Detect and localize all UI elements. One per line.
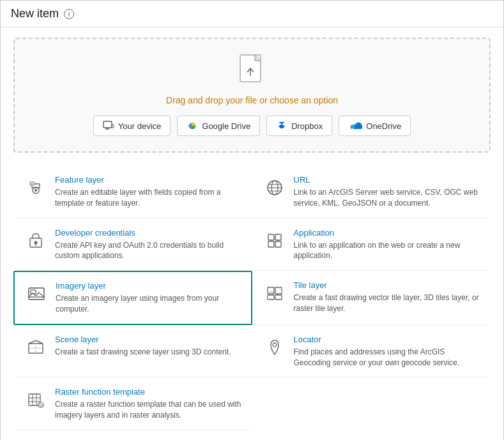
imagery-layer-desc: Create an imagery layer using images fro… bbox=[56, 293, 241, 315]
svg-rect-2 bbox=[103, 121, 112, 128]
raster-function-template-title[interactable]: Raster function template bbox=[55, 387, 241, 397]
info-icon[interactable]: i bbox=[64, 9, 74, 19]
raster-function-template-info: Raster function template Create a raster… bbox=[55, 387, 241, 421]
locator-desc: Find places and addresses using the ArcG… bbox=[294, 347, 480, 368]
items-grid: Feature layer Create an editable layer w… bbox=[13, 165, 491, 430]
main-content: Drag and drop your file or choose an opt… bbox=[1, 27, 503, 440]
locator-card[interactable]: Locator Find places and addresses using … bbox=[252, 325, 491, 378]
svg-rect-31 bbox=[275, 295, 282, 300]
application-card[interactable]: Application Link to an application on th… bbox=[252, 218, 491, 271]
your-device-label: Your device bbox=[118, 121, 161, 131]
svg-rect-23 bbox=[268, 241, 274, 247]
application-desc: Link to an application on the web or cre… bbox=[294, 240, 480, 262]
svg-rect-30 bbox=[268, 295, 274, 300]
imagery-layer-card[interactable]: Imagery layer Create an imagery layer us… bbox=[13, 271, 252, 325]
scene-layer-title[interactable]: Scene layer bbox=[55, 335, 231, 344]
scene-layer-desc: Create a fast drawing scene layer using … bbox=[55, 347, 231, 358]
drop-zone: Drag and drop your file or choose an opt… bbox=[13, 38, 491, 153]
feature-layer-info: Feature layer Create an editable layer w… bbox=[55, 175, 241, 209]
developer-credentials-card[interactable]: Developer credentials Create API key and… bbox=[13, 218, 252, 271]
developer-credentials-desc: Create API key and OAuth 2.0 credentials… bbox=[55, 240, 241, 262]
developer-credentials-title[interactable]: Developer credentials bbox=[55, 228, 241, 238]
onedrive-label: OneDrive bbox=[366, 121, 401, 131]
tile-layer-desc: Create a fast drawing vector tile layer,… bbox=[294, 292, 480, 314]
feature-layer-title[interactable]: Feature layer bbox=[55, 175, 241, 185]
application-icon bbox=[263, 229, 286, 252]
page-container: New item i Drag and drop your file or ch… bbox=[0, 0, 504, 440]
drop-buttons: Your device Google Drive bbox=[93, 116, 411, 136]
svg-text:fx: fx bbox=[40, 403, 43, 407]
scene-layer-info: Scene layer Create a fast drawing scene … bbox=[55, 335, 231, 358]
tile-layer-card[interactable]: Tile layer Create a fast drawing vector … bbox=[252, 271, 491, 325]
url-info: URL Link to an ArcGIS Server web service… bbox=[294, 175, 480, 209]
header: New item i bbox=[1, 1, 503, 27]
svg-rect-22 bbox=[275, 234, 281, 240]
your-device-button[interactable]: Your device bbox=[93, 116, 171, 136]
imagery-layer-title[interactable]: Imagery layer bbox=[56, 281, 241, 291]
google-drive-label: Google Drive bbox=[202, 121, 250, 131]
page-title: New item bbox=[11, 7, 59, 20]
locator-title[interactable]: Locator bbox=[294, 335, 480, 344]
feature-layer-card[interactable]: Feature layer Create an editable layer w… bbox=[13, 165, 252, 218]
imagery-layer-icon bbox=[25, 282, 48, 305]
url-icon bbox=[263, 176, 286, 199]
raster-function-template-card[interactable]: fx Raster function template Create a ras… bbox=[13, 377, 252, 430]
svg-marker-10 bbox=[279, 122, 285, 129]
scene-layer-icon bbox=[24, 336, 47, 359]
tile-layer-info: Tile layer Create a fast drawing vector … bbox=[294, 280, 480, 314]
dropbox-icon bbox=[276, 120, 287, 132]
svg-rect-24 bbox=[275, 241, 281, 247]
application-info: Application Link to an application on th… bbox=[294, 228, 480, 262]
locator-icon bbox=[263, 336, 286, 359]
raster-function-template-desc: Create a raster function template that c… bbox=[55, 399, 241, 421]
svg-rect-21 bbox=[268, 234, 274, 240]
tile-layer-icon bbox=[263, 282, 286, 305]
google-drive-button[interactable]: Google Drive bbox=[177, 116, 260, 136]
onedrive-button[interactable]: OneDrive bbox=[339, 116, 411, 136]
svg-rect-29 bbox=[275, 287, 282, 294]
url-desc: Link to an ArcGIS Server web service, CS… bbox=[294, 187, 480, 209]
tile-layer-title[interactable]: Tile layer bbox=[294, 280, 480, 290]
svg-rect-5 bbox=[112, 125, 114, 128]
developer-credentials-info: Developer credentials Create API key and… bbox=[55, 228, 241, 262]
feature-layer-icon bbox=[24, 176, 47, 199]
feature-layer-desc: Create an editable layer with fields cop… bbox=[55, 187, 241, 209]
scene-layer-card[interactable]: Scene layer Create a fast drawing scene … bbox=[13, 325, 252, 378]
svg-rect-28 bbox=[268, 287, 274, 294]
svg-point-12 bbox=[34, 189, 37, 192]
svg-point-35 bbox=[273, 343, 277, 347]
google-drive-icon bbox=[187, 120, 198, 132]
developer-credentials-icon bbox=[24, 229, 47, 252]
device-icon bbox=[103, 120, 114, 132]
dropbox-button[interactable]: Dropbox bbox=[266, 116, 332, 136]
application-title[interactable]: Application bbox=[294, 228, 480, 238]
dropbox-label: Dropbox bbox=[291, 121, 323, 131]
svg-point-19 bbox=[34, 241, 38, 244]
file-upload-icon bbox=[240, 54, 265, 87]
url-title[interactable]: URL bbox=[294, 175, 480, 185]
raster-function-template-icon: fx bbox=[24, 388, 47, 411]
imagery-layer-info: Imagery layer Create an imagery layer us… bbox=[56, 281, 241, 315]
onedrive-icon bbox=[348, 121, 362, 130]
locator-info: Locator Find places and addresses using … bbox=[294, 335, 480, 368]
url-card[interactable]: URL Link to an ArcGIS Server web service… bbox=[252, 165, 491, 218]
drop-text: Drag and drop your file or choose an opt… bbox=[166, 95, 338, 105]
